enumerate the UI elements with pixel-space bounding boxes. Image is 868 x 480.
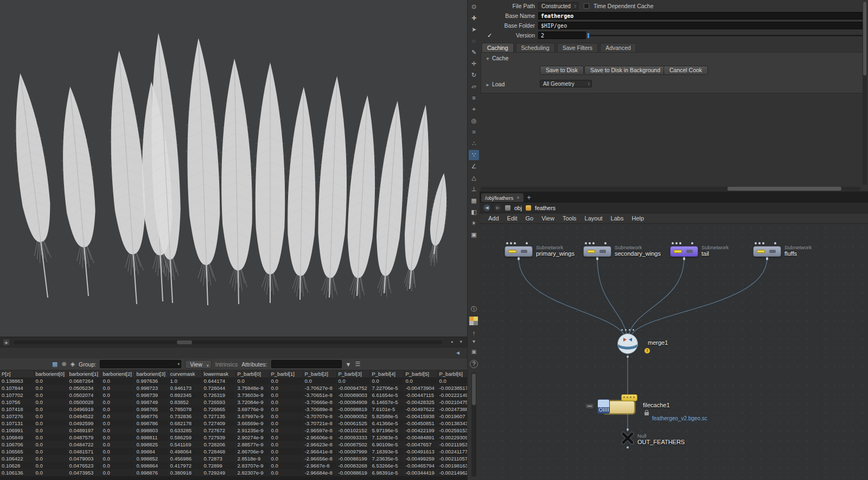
cell[interactable]: 0.0 <box>269 399 303 406</box>
node-name[interactable]: fluffs <box>784 250 812 257</box>
cell[interactable]: 0.0 <box>370 377 404 384</box>
column-header[interactable]: P_barbl[4] <box>370 370 404 377</box>
cell[interactable]: 0.498064 <box>168 448 202 455</box>
cell[interactable]: 0.998723 <box>135 384 168 391</box>
network-tab[interactable]: /obj/feathers × <box>481 193 524 202</box>
cell[interactable]: 0.0489197 <box>67 427 101 434</box>
cell[interactable]: -0.00465794 <box>404 462 437 469</box>
cell[interactable]: 0.998864 <box>135 462 168 469</box>
node-name[interactable]: OUT_FEATHERS <box>637 439 685 445</box>
cell[interactable]: 0.0 <box>101 434 135 441</box>
cell[interactable]: -0.00484891 <box>404 434 437 441</box>
cell[interactable]: 0.0 <box>269 462 303 469</box>
back-icon[interactable]: ◀ <box>483 204 490 211</box>
cell[interactable]: 2.8518e-9 <box>235 455 269 462</box>
cell[interactable]: 0.998776 <box>135 413 168 420</box>
column-header[interactable]: barborient[1] <box>67 370 101 377</box>
cell[interactable]: 2.86706e-9 <box>235 448 269 455</box>
cell[interactable]: 0.0 <box>34 413 67 420</box>
cell[interactable]: -3.70707e-8 <box>303 413 336 420</box>
cell[interactable]: 0.107844 <box>0 384 34 391</box>
subnetwork-node-icon[interactable] <box>583 246 611 257</box>
cache-section-header[interactable]: ▼Cache <box>486 55 508 61</box>
move-tool-icon[interactable]: ✛ <box>469 59 479 69</box>
timeline-scrollbar[interactable] <box>14 340 442 344</box>
column-header[interactable]: barborient[3] <box>135 370 168 377</box>
column-header[interactable]: P_barbl[0] <box>235 370 269 377</box>
cell[interactable]: 0.0 <box>269 469 303 476</box>
cell[interactable]: 0.726319 <box>202 391 235 399</box>
file-path-mode-dropdown[interactable]: Constructed ↕ <box>538 2 578 10</box>
cell[interactable]: 3.75948e-9 <box>235 384 269 391</box>
cell[interactable]: 0.0 <box>101 462 135 469</box>
cell[interactable]: 0.0 <box>101 455 135 462</box>
cell[interactable]: 0.0 <box>34 420 67 427</box>
cell[interactable]: 0.456986 <box>168 455 202 462</box>
help-icon[interactable]: ? <box>470 360 478 368</box>
cell[interactable]: -0.00344419 <box>404 469 437 476</box>
cell[interactable]: 0.0 <box>101 448 135 455</box>
intrinsics-dropdown[interactable]: Intrinsics <box>215 361 238 368</box>
new-tab-button[interactable]: + <box>527 193 531 202</box>
column-header[interactable]: lowermask <box>202 370 235 377</box>
cell[interactable]: 0.138863 <box>0 377 34 384</box>
cell[interactable]: 0.107131 <box>0 420 34 427</box>
cell[interactable]: -0.00241177 <box>437 448 467 455</box>
tab-scheduling[interactable]: Scheduling <box>516 43 555 52</box>
cell[interactable]: 0.72873 <box>202 455 235 462</box>
cell[interactable]: 0.0 <box>101 441 135 448</box>
cancel-cook-button[interactable]: Cancel Cook <box>663 66 708 75</box>
cell[interactable]: -0.00088199 <box>336 455 370 462</box>
cell[interactable]: 0.0 <box>437 377 467 384</box>
list-menu-icon[interactable]: ☰ <box>355 361 360 368</box>
cell[interactable]: -2.9667e-8 <box>303 462 336 469</box>
cell[interactable]: 5.82588e-5 <box>370 413 404 420</box>
node-primary-wings[interactable]: Subnetwork primary_wings <box>505 246 533 257</box>
network-canvas[interactable]: Subnetwork primary_wings Subnetwork seco… <box>480 224 868 480</box>
info-icon[interactable]: ⓘ <box>469 304 479 314</box>
cell[interactable]: 0.417972 <box>168 462 202 469</box>
cell[interactable]: 0.682178 <box>168 420 202 427</box>
cell[interactable]: 0.106565 <box>0 448 34 455</box>
cell[interactable]: -0.00138343 <box>437 420 467 427</box>
cell[interactable]: 0.633285 <box>168 427 202 434</box>
cell[interactable]: 0.0492599 <box>67 420 101 427</box>
pan-tool-icon[interactable]: ✚ <box>469 13 479 23</box>
node-name[interactable]: tail <box>701 250 729 257</box>
cell[interactable]: -0.00087502 <box>336 441 370 448</box>
cell[interactable]: 0.0 <box>34 469 67 476</box>
pose-tool-icon[interactable]: ≡ <box>469 93 479 103</box>
cell[interactable]: 0.10628 <box>0 462 34 469</box>
scroll-thumb[interactable] <box>177 340 192 344</box>
add-pane-tab-button[interactable]: + <box>3 339 10 346</box>
menu-add[interactable]: Add <box>488 215 499 222</box>
load-section-header[interactable]: ►Load <box>486 81 505 87</box>
stow-up-icon[interactable]: ↑ <box>469 328 479 338</box>
menu-layout[interactable]: Layout <box>585 215 603 222</box>
cell[interactable]: 0.0505234 <box>67 384 101 391</box>
cell[interactable]: -0.00473904 <box>404 384 437 391</box>
cell[interactable]: 0.0487579 <box>67 434 101 441</box>
snap-icon[interactable]: ◎ <box>469 116 479 126</box>
parameters-vertical-scrollbar[interactable] <box>863 1 867 185</box>
scroll-thumb[interactable] <box>863 2 866 75</box>
menu-go[interactable]: Go <box>526 215 534 222</box>
column-header[interactable]: barborient[2] <box>101 370 135 377</box>
save-to-disk-in-background-button[interactable]: Save to Disk in Background <box>584 66 666 75</box>
cell[interactable]: 1.0 <box>168 377 202 384</box>
attributes-input[interactable] <box>271 360 342 368</box>
cell[interactable]: 0.998786 <box>135 420 168 427</box>
cell[interactable]: -2.96684e-8 <box>303 469 336 476</box>
cell[interactable]: -0.00499259 <box>404 455 437 462</box>
scale-tool-icon[interactable]: ▱ <box>469 81 479 92</box>
cell[interactable]: 2.90274e-9 <box>235 434 269 441</box>
view-dropdown[interactable]: View ▾ <box>185 360 212 369</box>
warning-badge-icon[interactable]: ! <box>644 348 650 353</box>
cell[interactable]: 0.0502074 <box>67 391 101 399</box>
cell[interactable]: 0.10756 <box>0 399 34 406</box>
cell[interactable]: 0.727939 <box>202 434 235 441</box>
column-header[interactable]: P_barbl[1] <box>269 370 303 377</box>
cell[interactable]: -0.00238517 <box>437 384 467 391</box>
cell[interactable]: 0.0 <box>269 448 303 455</box>
cell[interactable]: 0.728206 <box>202 441 235 448</box>
